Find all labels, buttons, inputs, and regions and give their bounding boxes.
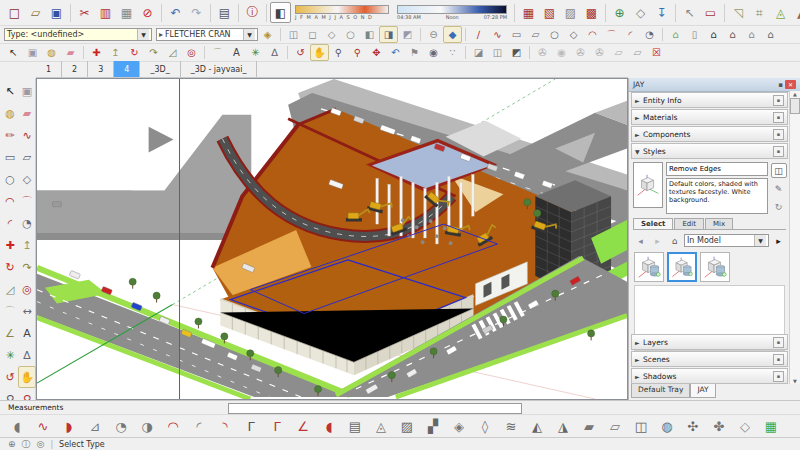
back-edges-icon[interactable]: ◻ xyxy=(303,26,322,43)
shadows-toggle-icon[interactable]: ◧ xyxy=(270,2,291,23)
text-tool-icon[interactable]: A xyxy=(18,322,36,344)
previous-icon[interactable]: ↶ xyxy=(386,44,405,61)
paint-bucket-icon[interactable]: ◍ xyxy=(1,102,19,124)
section-header-scenes[interactable]: ►Scenes▪ xyxy=(631,351,788,367)
arc-tool-icon[interactable]: ◠ xyxy=(583,26,602,43)
traytab-jay[interactable]: JAY xyxy=(690,384,715,398)
mtab-select[interactable]: Select xyxy=(633,218,673,229)
chevron-down-icon[interactable]: ▼ xyxy=(243,29,255,40)
tape-measure-icon[interactable]: ⌒ xyxy=(1,300,19,322)
extension-tool-27-icon[interactable]: ✣ xyxy=(680,415,706,437)
dimensions-tool-icon[interactable]: ↔ xyxy=(18,300,36,322)
delete-icon[interactable]: ⊘ xyxy=(137,2,158,23)
style-description[interactable]: Default colors, shaded with textures fac… xyxy=(666,178,768,214)
extension-tool-8-icon[interactable]: ◜ xyxy=(186,415,212,437)
extension-tool-11-icon[interactable]: Γ xyxy=(264,415,290,437)
xray-icon[interactable]: ◫ xyxy=(284,26,303,43)
chevron-down-icon[interactable]: ▼ xyxy=(754,235,766,246)
create-style-icon[interactable]: ✎ xyxy=(771,181,787,196)
tray-scrollbar[interactable]: ▲ ▼ xyxy=(789,91,800,384)
open-file-icon[interactable]: ▱ xyxy=(25,2,46,23)
undo-icon[interactable]: ↶ xyxy=(165,2,186,23)
zoom-window-icon[interactable]: ⚲ xyxy=(348,44,367,61)
extension-tool-1-icon[interactable]: ◖ xyxy=(4,415,30,437)
extension-tool-4-icon[interactable]: ⊿ xyxy=(82,415,108,437)
extension-tool-15-icon[interactable]: ◬ xyxy=(368,415,394,437)
chevron-down-icon[interactable]: ▼ xyxy=(137,29,149,40)
section-close-icon[interactable]: ▪ xyxy=(773,95,784,106)
pin-icon[interactable]: ▪ xyxy=(778,81,783,89)
model-canvas[interactable] xyxy=(37,79,627,399)
section-plane-icon[interactable]: ◪ xyxy=(469,44,488,61)
two-point-arc-tool-icon[interactable]: ⌒ xyxy=(602,26,621,43)
orbit-tool-icon[interactable]: ↺ xyxy=(1,366,19,388)
extension-tool-29-icon[interactable]: ◇ xyxy=(732,415,758,437)
rectangle-tool-icon[interactable]: ▭ xyxy=(507,26,526,43)
rotate-tool-icon[interactable]: ↻ xyxy=(125,44,144,61)
extension-tool-22-icon[interactable]: ◮ xyxy=(550,415,576,437)
extension-tool-20-icon[interactable]: ≋ xyxy=(498,415,524,437)
section-header-layers[interactable]: ►Layers▪ xyxy=(631,334,788,350)
warehouse-share-model-icon[interactable]: ▯ xyxy=(685,26,704,43)
freehand-tool-icon[interactable]: ∿ xyxy=(18,124,36,146)
follow-me-icon[interactable]: ↷ xyxy=(144,44,163,61)
extension-tool-25-icon[interactable]: ◫ xyxy=(628,415,654,437)
eraser-icon[interactable]: ▰ xyxy=(18,102,36,124)
export-tool-icon[interactable]: ▭ xyxy=(700,2,721,23)
3d-text-icon[interactable]: ∆ xyxy=(265,44,284,61)
extension-tool-5-icon[interactable]: ◔ xyxy=(108,415,134,437)
zoom-extents-icon[interactable]: ✥ xyxy=(367,44,386,61)
back-icon[interactable]: ◂ xyxy=(633,233,648,248)
section-close-icon[interactable]: ▪ xyxy=(773,354,784,365)
push-pull-icon[interactable]: ↥ xyxy=(106,44,125,61)
redo-icon[interactable]: ↷ xyxy=(186,2,207,23)
extension-tool-18-icon[interactable]: ◈ xyxy=(446,415,472,437)
stab-3[interactable]: 3 xyxy=(88,61,114,77)
print-icon[interactable]: ▤ xyxy=(214,2,235,23)
measurements-input[interactable] xyxy=(228,403,522,414)
house-b-icon[interactable]: ⌂ xyxy=(723,26,742,43)
section-header-entity-info[interactable]: ►Entity Info▪ xyxy=(631,92,788,108)
select-tool-icon[interactable]: ↖ xyxy=(1,80,19,102)
act-frustum-2-icon[interactable]: ▱ xyxy=(628,44,647,61)
house-c-icon[interactable]: ⌂ xyxy=(742,26,761,43)
push-pull-icon[interactable]: ↥ xyxy=(18,234,36,256)
section-header-materials[interactable]: ►Materials▪ xyxy=(631,109,788,125)
three-point-arc-tool-icon[interactable]: ◜ xyxy=(621,26,640,43)
position-camera-icon[interactable]: ⚑ xyxy=(405,44,424,61)
credits-icon[interactable]: ⓘ xyxy=(22,438,31,450)
sandbox-from-scratch-icon[interactable]: ⌗ xyxy=(749,2,770,23)
style-collection-dropdown[interactable]: In Model ▼ xyxy=(684,234,769,247)
circle-tool-icon[interactable]: ○ xyxy=(1,168,19,190)
rectangle-tool-icon[interactable]: ▭ xyxy=(1,146,19,168)
act-camera-4-icon[interactable]: ✇ xyxy=(590,44,609,61)
tape-measure-icon[interactable]: ⌒ xyxy=(208,44,227,61)
new-file-icon[interactable]: □ xyxy=(4,2,25,23)
smoove-icon[interactable]: ◬ xyxy=(770,2,791,23)
follow-me-icon[interactable]: ↷ xyxy=(18,256,36,278)
shadow-months-slider[interactable] xyxy=(295,5,389,14)
zoom-tool-icon[interactable]: ⚲ xyxy=(329,44,348,61)
classifier-tag-icon[interactable]: ◈ xyxy=(258,26,277,43)
section-close-icon[interactable]: ▪ xyxy=(773,112,784,123)
protractor-tool-icon[interactable]: ∠ xyxy=(1,322,19,344)
close-icon[interactable]: ✕ xyxy=(785,80,796,89)
extension-tool-12-icon[interactable]: ∠ xyxy=(290,415,316,437)
tray-title-bar[interactable]: JAY ▪ ✕ xyxy=(629,78,800,92)
3d-text-icon[interactable]: ∆ xyxy=(18,344,36,366)
forward-icon[interactable]: ▸ xyxy=(650,233,665,248)
wireframe-icon[interactable]: ◇ xyxy=(322,26,341,43)
classifier-type-dropdown[interactable]: Type: <undefined> ▼ xyxy=(4,28,152,41)
style-name-input[interactable] xyxy=(666,162,768,176)
extension-tool-3-icon[interactable]: ◗ xyxy=(56,415,82,437)
extension-tool-16-icon[interactable]: ▨ xyxy=(394,415,420,437)
offset-tool-icon[interactable]: ◎ xyxy=(18,278,36,300)
save-icon[interactable]: ▣ xyxy=(46,2,67,23)
axes-tool-icon[interactable]: ✳ xyxy=(1,344,19,366)
cut-icon[interactable]: ✂ xyxy=(74,2,95,23)
traytab-default-tray[interactable]: Default Tray xyxy=(631,384,690,398)
shaded-textures-icon[interactable]: ◨ xyxy=(379,26,398,43)
sandbox-from-contours-icon[interactable]: ◹ xyxy=(728,2,749,23)
scrollbar-thumb[interactable] xyxy=(790,98,800,114)
stamp-icon[interactable]: ◭ xyxy=(791,2,800,23)
